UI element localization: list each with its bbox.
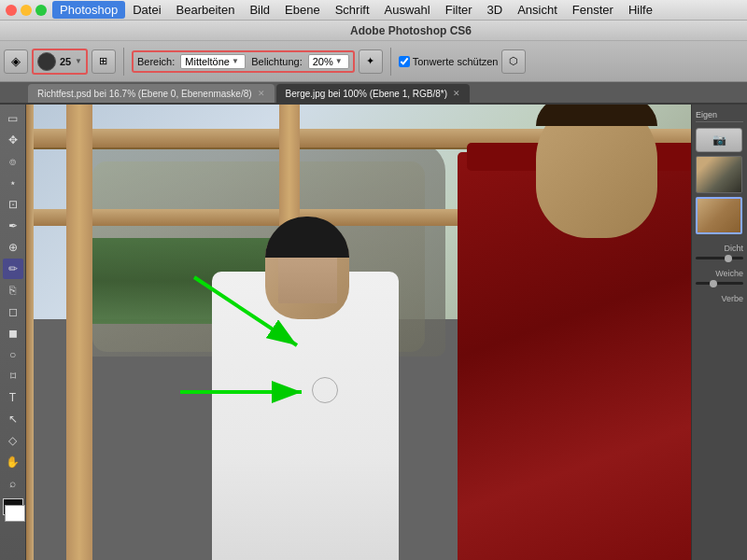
tonwerte-icon-btn[interactable]: ⬡	[501, 49, 526, 74]
tool-shape[interactable]: ◇	[3, 430, 23, 451]
tab-berge[interactable]: Berge.jpg bei 100% (Ebene 1, RGB/8*) ✕	[276, 84, 470, 103]
bereich-belichtung-group: Bereich: Mitteltöne ▼ Belichtung: 20% ▼	[132, 50, 355, 73]
person1-face-detail	[278, 258, 337, 304]
canvas-area[interactable]	[26, 105, 691, 560]
brush-preview-icon[interactable]	[37, 52, 56, 71]
main-area: ▭ ✥ ⌾ ⋆ ⊡ ✒ ⊕ ✏ ⎘ ◻ ◼ ○ ⌑ T ↖ ◇ ✋ ⌕	[0, 105, 747, 560]
menu-fenster[interactable]: Fenster	[565, 1, 621, 19]
tool-gradient[interactable]: ◼	[3, 323, 23, 343]
verbe-section: Verbe	[696, 294, 743, 303]
right-panel: Eigen 📷 Dicht Weiche	[691, 105, 747, 560]
tab-berge-close-icon[interactable]: ✕	[453, 89, 460, 98]
tonwerte-checkbox[interactable]	[399, 56, 410, 67]
tool-hand[interactable]: ✋	[3, 452, 23, 472]
dichte-slider[interactable]	[696, 257, 743, 259]
toolbar: ◈ 25 ▼ ⊞ Bereich: Mitteltöne ▼ Belichtun…	[0, 41, 747, 82]
camera-icon[interactable]: 📷	[696, 128, 742, 152]
tool-pen[interactable]: ⌑	[3, 366, 23, 386]
menu-bearbeiten[interactable]: Bearbeiten	[169, 1, 243, 19]
tonwerte-group: Tonwerte schützen	[399, 56, 499, 67]
dichte-label: Dicht	[696, 244, 743, 253]
menu-bild[interactable]: Bild	[242, 1, 277, 19]
tab-richtfest-label: Richtfest.psd bei 16.7% (Ebene 0, Ebenen…	[37, 89, 252, 99]
separator-2	[390, 48, 391, 76]
belichtung-value: 20%	[313, 56, 333, 67]
tool-selector-btn[interactable]: ◈	[4, 49, 28, 74]
brush-cursor	[312, 377, 338, 403]
menu-auswahl[interactable]: Auswahl	[377, 1, 438, 19]
brush-size-group: 25 ▼	[32, 49, 88, 75]
belichtung-label: Belichtung:	[251, 56, 302, 67]
tool-mode-btn[interactable]: ⊞	[92, 49, 116, 74]
menu-3d[interactable]: 3D	[480, 1, 511, 19]
tab-richtfest[interactable]: Richtfest.psd bei 16.7% (Ebene 0, Ebenen…	[28, 84, 275, 103]
tool-brush[interactable]: ✏	[3, 259, 23, 279]
tool-lasso[interactable]: ⌾	[3, 151, 23, 172]
dichte-section: Dicht	[696, 244, 743, 259]
menu-schrift[interactable]: Schrift	[328, 1, 377, 19]
bereich-label: Bereich:	[137, 56, 175, 67]
person1-head	[265, 217, 349, 319]
tool-dodge[interactable]: ○	[3, 344, 23, 365]
canvas-content	[26, 105, 691, 560]
tool-type[interactable]: T	[3, 387, 23, 408]
tool-magic-wand[interactable]: ⋆	[3, 173, 23, 193]
bereich-arrow-icon: ▼	[232, 57, 239, 65]
tool-zoom[interactable]: ⌕	[3, 473, 23, 494]
toolbox: ▭ ✥ ⌾ ⋆ ⊡ ✒ ⊕ ✏ ⎘ ◻ ◼ ○ ⌑ T ↖ ◇ ✋ ⌕	[0, 105, 26, 560]
tool-eraser[interactable]: ◻	[3, 301, 23, 322]
tab-berge-label: Berge.jpg bei 100% (Ebene 1, RGB/8*)	[286, 89, 447, 99]
dichte-slider-row	[696, 257, 743, 259]
bereich-value: Mitteltöne	[185, 56, 230, 67]
dichte-slider-thumb[interactable]	[725, 255, 732, 262]
belichtung-dropdown[interactable]: 20% ▼	[308, 54, 349, 69]
fence-vertical-left	[66, 105, 92, 560]
tool-path-select[interactable]: ↖	[3, 409, 23, 429]
tool-marquee[interactable]: ▭	[3, 108, 23, 129]
weiche-slider-thumb[interactable]	[710, 280, 717, 287]
panel-thumbnail-1[interactable]	[696, 156, 742, 193]
menu-ebene[interactable]: Ebene	[277, 1, 328, 19]
tab-richtfest-close-icon[interactable]: ✕	[258, 89, 265, 98]
fence-edge-left	[26, 105, 34, 560]
weiche-section: Weiche	[696, 269, 743, 285]
minimize-button[interactable]	[21, 5, 32, 16]
panel-thumbnail-2[interactable]	[696, 197, 742, 234]
menu-filter[interactable]: Filter	[438, 1, 480, 19]
menu-hilfe[interactable]: Hilfe	[621, 1, 660, 19]
weiche-label: Weiche	[696, 269, 743, 278]
menu-datei[interactable]: Datei	[125, 1, 168, 19]
close-button[interactable]	[6, 5, 17, 16]
verbe-label: Verbe	[696, 294, 743, 303]
tool-clone-stamp[interactable]: ⎘	[3, 280, 23, 301]
person2-hair	[536, 105, 657, 126]
background-color[interactable]	[5, 505, 25, 522]
tool-move[interactable]: ✥	[3, 130, 23, 150]
menubar: Photoshop Datei Bearbeiten Bild Ebene Sc…	[0, 0, 747, 21]
brush-size-value[interactable]: 25	[58, 56, 73, 67]
tabbar: Richtfest.psd bei 16.7% (Ebene 0, Ebenen…	[0, 82, 747, 105]
belichtung-arrow-icon: ▼	[335, 57, 343, 65]
maximize-button[interactable]	[35, 5, 47, 16]
tool-crop[interactable]: ⊡	[3, 194, 23, 215]
menu-photoshop[interactable]: Photoshop	[52, 1, 125, 19]
tool-eyedropper[interactable]: ✒	[3, 216, 23, 236]
weiche-slider-row	[696, 282, 743, 285]
weiche-slider[interactable]	[696, 282, 743, 285]
titlebar: Adobe Photoshop CS6	[0, 21, 747, 41]
window-title: Adobe Photoshop CS6	[82, 24, 740, 37]
spray-btn[interactable]: ✦	[359, 49, 383, 74]
menu-ansicht[interactable]: Ansicht	[510, 1, 565, 19]
brush-size-arrow-icon[interactable]: ▼	[75, 57, 82, 65]
right-panel-title: Eigen	[696, 108, 743, 122]
bereich-dropdown[interactable]: Mitteltöne ▼	[180, 54, 246, 69]
tonwerte-label: Tonwerte schützen	[413, 56, 499, 67]
tool-spot-healing[interactable]: ⊕	[3, 237, 23, 258]
separator-1	[123, 48, 124, 76]
person2-head	[536, 105, 657, 238]
